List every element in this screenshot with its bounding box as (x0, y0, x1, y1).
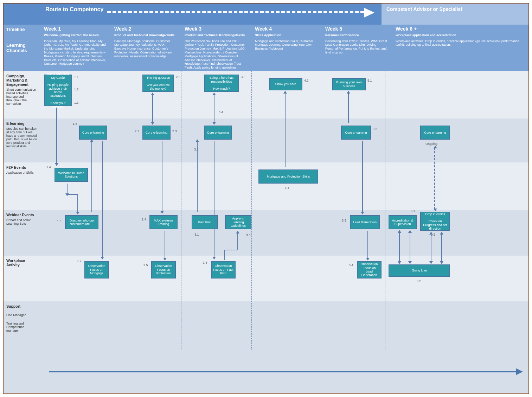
header-bar: Route to Competency Competent Advisor or… (4, 4, 528, 25)
arrow-bidir (399, 232, 400, 262)
row-elearning: E-learning Modules can be taken at any t… (4, 119, 528, 162)
diagram-frame: Route to Competency Competent Advisor or… (3, 3, 529, 394)
row-title: F2F Events (6, 165, 38, 169)
row-label: Webinar Events Cohort and Action Learnin… (4, 210, 40, 256)
row-title: Webinar Events (6, 213, 38, 217)
node-wp-w1: Observation Focus on Mortgage (84, 261, 109, 278)
seq-num: 3.1 (194, 233, 199, 236)
route-title-block: Route to Competency (40, 4, 382, 25)
col-week-2: Week 2 Product and Technical Knowledge/s… (111, 25, 181, 71)
support-arrow (49, 371, 518, 372)
seq-num: 3.5 (203, 261, 207, 264)
node-el-w3: Core e-learning (204, 126, 232, 140)
arrow-bidir (441, 234, 442, 262)
arrow (102, 141, 103, 257)
row-label: E-learning Modules can be taken at any t… (4, 119, 40, 162)
node-wp-w6: Going Live (389, 264, 450, 277)
week-title: Week 5 (325, 26, 389, 32)
week-subtitle: Skills Application (255, 33, 318, 37)
row-label: Workplace Activity (4, 256, 40, 301)
col-sep (385, 71, 385, 350)
col-week-6: Week 6 + Workplace application and accre… (392, 25, 528, 71)
node-el-w6: Core e-learning (420, 126, 450, 140)
arrow (362, 141, 363, 212)
row-desc: Modules can be taken at any time but wil… (6, 127, 37, 148)
arrow-bidir (410, 232, 410, 262)
col-week-3: Week 3 Product and Technical Knowledge/s… (181, 25, 251, 71)
arrow-bidir (152, 95, 153, 123)
row-label: F2F Events Application of Skills (4, 162, 40, 210)
node-cme-w2: The big question Will you lend me the mo… (142, 75, 174, 92)
arrow (197, 141, 198, 212)
week-title: Week 3 (185, 26, 248, 32)
node-el-w2: Core e-learning (142, 126, 171, 140)
arrow (214, 141, 214, 257)
week-title: Week 2 (114, 26, 178, 32)
seq-num: 5.1 (367, 79, 372, 82)
arrow (91, 141, 92, 212)
node-f2f-w1: Welcome to Home Solutions (55, 168, 88, 182)
row-support: Support Line Manager Training and Compet… (4, 301, 528, 393)
ongoing-note: Ongoing (425, 142, 437, 146)
seq-num: 5.3 (342, 219, 346, 222)
seq-num: 1.4 (46, 165, 51, 169)
route-arrow (107, 8, 374, 18)
seq-num: 2.2 (176, 75, 180, 79)
arrow (67, 194, 77, 195)
seq-num: 2.3 (172, 129, 177, 133)
seq-num: 5.4 (349, 263, 353, 267)
end-title: Competent Advisor or Specialist (382, 4, 528, 25)
week-subtitle: Personal Performance (325, 33, 389, 37)
row-desc: Short communication based activities int… (6, 88, 36, 105)
arrow-dashed-bidir (434, 148, 435, 209)
week-detail: Induction, My Role, My Learning Plan, My… (44, 39, 106, 66)
arrow (348, 93, 349, 123)
col-week-1: Week 1 Welcome, getting started, the bas… (40, 25, 111, 71)
row-desc: Application of Skills (6, 171, 34, 174)
seq-num: 2.1 (135, 129, 139, 133)
seq-num: 6.1 (411, 209, 415, 213)
arrow (67, 184, 68, 194)
row-title: Workplace Activity (6, 258, 38, 267)
timeline-label: Timeline (6, 27, 38, 32)
node-web-w2: MAX systems Training (149, 215, 178, 229)
col-sep (322, 71, 322, 350)
row-label: Campaign, Marketing & Engagement Short c… (4, 71, 40, 119)
seq-num: 4.1 (285, 186, 289, 190)
row-campaign: Campaign, Marketing & Engagement Short c… (4, 71, 528, 119)
col-week-5: Week 5 Personal Performance Generating Y… (322, 25, 392, 71)
arrow-bidir (214, 95, 214, 123)
arrow (77, 194, 78, 212)
node-web-w5: Lead Generation (350, 215, 380, 229)
row-title: E-learning (6, 121, 38, 126)
node-el-w1: Core e-learning (79, 126, 107, 140)
node-cme-w5: Running your own business (332, 78, 366, 90)
node-wp-w3: Observation Focus on Fact Find (211, 261, 236, 278)
row-workplace: Workplace Activity (4, 256, 528, 301)
route-title: Route to Competency (45, 6, 103, 12)
arrow (237, 233, 238, 250)
seq-num: 1.6 (73, 122, 77, 126)
col-week-4: Week 4 Skills Application Mortgage and P… (251, 25, 322, 71)
node-web-w6-accred: Accreditation & Supervision (389, 215, 417, 229)
arrow-bidir (431, 234, 431, 262)
week-subtitle: Workplace application and accreditation (396, 33, 525, 37)
seq-num: 1.5 (57, 219, 62, 223)
node-el-w5: Core e-learning (341, 126, 371, 140)
week-detail: Workplace activities, Drop in clinics, p… (396, 39, 519, 47)
support-line: Training and Competence manager (6, 322, 38, 332)
swimlanes: Campaign, Marketing & Engagement Short c… (4, 71, 528, 393)
arrow (224, 250, 237, 250)
node-cme-w3: Being a hero has responsibilities How mu… (204, 75, 239, 92)
week-detail: Our Protection Solutions Life and CIC+ O… (185, 39, 245, 70)
seq-num: 3.6 (246, 233, 251, 237)
row-label: Support Line Manager Training and Compet… (4, 301, 40, 393)
week-subtitle: Product and Technical Knowledge/skills (114, 33, 178, 37)
node-web-w1: Discover who our customers are … (65, 215, 98, 229)
arrow (367, 231, 368, 258)
support-line: Line Manager (6, 313, 38, 317)
seq-num: 5.2 (373, 127, 377, 131)
week-subtitle: Welcome, getting started, the basics. (44, 33, 107, 37)
row-title: Support (6, 304, 38, 308)
node-web-w3-lending: Applying Lending Guidelines (225, 215, 251, 229)
